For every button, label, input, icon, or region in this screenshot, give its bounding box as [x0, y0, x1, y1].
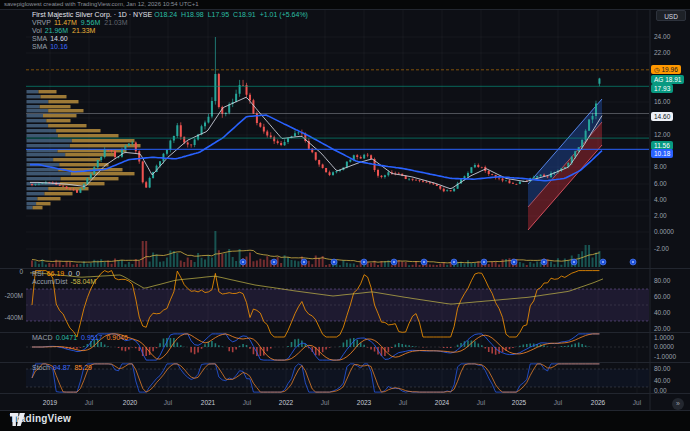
svg-text:-1.0000: -1.0000 — [654, 353, 676, 360]
svg-text:22.00: 22.00 — [654, 49, 671, 56]
svg-text:-400M: -400M — [5, 314, 23, 321]
svg-text:Jul: Jul — [477, 399, 486, 406]
svg-text:40.00: 40.00 — [654, 309, 671, 316]
svg-text:Jul: Jul — [164, 399, 173, 406]
svg-text:20.00: 20.00 — [654, 325, 671, 332]
rsi-row-1[interactable]: Accum/Dist-58.04M — [32, 278, 100, 286]
overlay-row-3[interactable]: SMA10.16 — [32, 43, 312, 51]
overlay-row-1[interactable]: Vol21.96M21.33M — [32, 27, 312, 35]
svg-text:4.00: 4.00 — [654, 196, 667, 203]
axis-settings-button[interactable]: » — [672, 398, 684, 410]
sma-fast-label: 14.60 — [651, 112, 673, 121]
stoch-pane-legend[interactable]: Stoch94.8785.29 — [32, 364, 96, 372]
svg-text:-200M: -200M — [5, 292, 23, 299]
svg-text:60.00: 60.00 — [654, 293, 671, 300]
svg-text:2019: 2019 — [43, 399, 58, 406]
symbol-name: First Majestic Silver Corp. · 1D · NYSE — [32, 11, 152, 18]
svg-text:2026: 2026 — [591, 399, 606, 406]
currency-button[interactable]: USD — [656, 10, 686, 21]
stoch-row-0[interactable]: Stoch94.8785.29 — [32, 364, 96, 372]
svg-text:24.00: 24.00 — [654, 33, 671, 40]
regression-channel[interactable] — [528, 99, 602, 230]
svg-text:Jul: Jul — [85, 399, 94, 406]
svg-text:0.0000: 0.0000 — [654, 343, 674, 350]
rsi-band — [26, 289, 649, 321]
svg-text:Jul: Jul — [243, 399, 252, 406]
svg-text:2.00: 2.00 — [654, 212, 667, 219]
svg-text:40.00: 40.00 — [654, 377, 671, 384]
chart-canvas[interactable]: 24.0022.0016.0014.0012.008.006.004.002.0… — [0, 0, 690, 431]
svg-text:Jul: Jul — [399, 399, 408, 406]
overlay-row-2[interactable]: SMA14.60 — [32, 35, 312, 43]
time-scale-ticks[interactable]: 2019Jul2020Jul2021Jul2022Jul2023Jul2024J… — [43, 399, 642, 406]
svg-text:2021: 2021 — [201, 399, 216, 406]
svg-text:-2.00: -2.00 — [654, 245, 669, 252]
svg-text:6.00: 6.00 — [654, 180, 667, 187]
macd-pane-legend[interactable]: MACD0.04710.95170.9046 — [32, 334, 132, 342]
stoch-band — [26, 369, 649, 387]
svg-text:Jul: Jul — [633, 399, 642, 406]
svg-text:8.00: 8.00 — [654, 163, 667, 170]
svg-text:80.00: 80.00 — [654, 365, 671, 372]
svg-text:2023: 2023 — [357, 399, 372, 406]
svg-text:0: 0 — [19, 268, 23, 275]
bottom-bar — [0, 411, 690, 431]
svg-text:0.0000: 0.0000 — [654, 228, 674, 235]
svg-text:1.0000: 1.0000 — [654, 334, 674, 341]
svg-text:80.00: 80.00 — [654, 277, 671, 284]
tradingview-logo[interactable]: TradingView — [10, 413, 71, 424]
svg-text:Jul: Jul — [554, 399, 563, 406]
svg-text:12.00: 12.00 — [654, 131, 671, 138]
svg-text:2024: 2024 — [435, 399, 450, 406]
svg-text:2025: 2025 — [512, 399, 527, 406]
svg-text:2022: 2022 — [279, 399, 294, 406]
horizontal-lines[interactable] — [26, 70, 649, 150]
last-price-label: AG 18.91 — [651, 75, 684, 84]
accum-dist-scale-ticks[interactable]: 0-200M-400M — [5, 268, 24, 321]
rsi-pane-legend[interactable]: RSI66.1900Accum/Dist-58.04M — [32, 270, 100, 286]
alert-price-label[interactable]: ◷ 19.96 — [651, 65, 681, 74]
svg-text:Jul: Jul — [321, 399, 330, 406]
sma-slow-label: 10.18 — [651, 149, 673, 158]
rsi-row-0[interactable]: RSI66.1900 — [32, 270, 100, 278]
main-chart-legend[interactable]: First Majestic Silver Corp. · 1D · NYSE … — [32, 11, 312, 51]
hline-label-1793: 17.93 — [651, 84, 673, 93]
svg-text:0.00: 0.00 — [654, 387, 667, 394]
svg-text:16.00: 16.00 — [654, 98, 671, 105]
symbol-title-row[interactable]: First Majestic Silver Corp. · 1D · NYSE … — [32, 11, 312, 19]
tradingview-logo-icon — [10, 413, 25, 426]
tradingview-snapshot: savepiglowest created with TradingView.c… — [0, 0, 690, 431]
overlay-row-0[interactable]: VRVP11.47M9.56M21.03M — [32, 19, 312, 27]
svg-text:2020: 2020 — [123, 399, 138, 406]
macd-row-0[interactable]: MACD0.04710.95170.9046 — [32, 334, 132, 342]
